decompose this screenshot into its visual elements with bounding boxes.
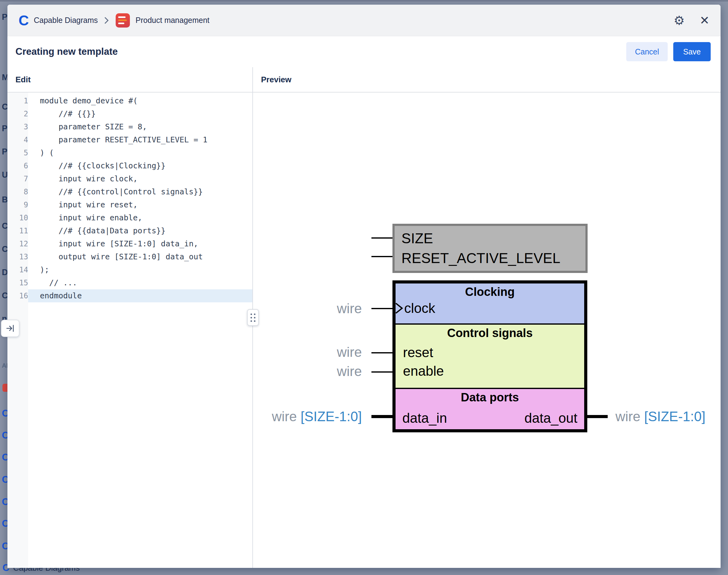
- bus-label-right: wire [SIZE-1:0]: [615, 408, 705, 425]
- bus-label-right-wire: wire: [615, 409, 641, 424]
- code-line[interactable]: 9 input wire reset,: [7, 198, 252, 211]
- control-section: Control signals reset enable: [396, 325, 584, 388]
- bg-edge-letter: P: [2, 147, 7, 157]
- bg-edge-letter: D: [2, 268, 8, 277]
- code-line[interactable]: 16endmodule: [7, 290, 252, 302]
- pane-resize-handle[interactable]: [247, 309, 259, 326]
- code-line[interactable]: 12 input wire [SIZE-1:0] data_in,: [7, 237, 252, 250]
- wire-line-clock: [371, 308, 393, 309]
- bus-label-right-range: [SIZE-1:0]: [644, 409, 705, 424]
- code-editor[interactable]: 1module demo_device #( 2 //# {{}} 3 para…: [7, 93, 252, 568]
- window-top-edge: [0, 0, 728, 2]
- code-text[interactable]: //# {{}}: [28, 107, 252, 121]
- preview-pane: Preview SIZE RESET_ACTIVE_LEVEL wire wi: [253, 67, 721, 568]
- param-stub-wire: [371, 256, 393, 257]
- breadcrumb-chevron-icon: [104, 16, 109, 25]
- code-line[interactable]: 8 //# {{control|Control signals}}: [7, 185, 252, 198]
- bus-label-left-range: [SIZE-1:0]: [301, 409, 362, 424]
- bg-edge-letter: U: [2, 170, 8, 180]
- bg-edge-letter: C: [2, 244, 8, 254]
- code-text[interactable]: parameter RESET_ACTIVE_LEVEL = 1: [28, 133, 252, 146]
- wire-label-reset: wire: [253, 344, 362, 360]
- code-text[interactable]: input wire enable,: [28, 211, 252, 224]
- port-clock: clock: [396, 300, 435, 316]
- code-line[interactable]: 7 input wire clock,: [7, 172, 252, 185]
- dialog-title: Creating new template: [15, 46, 118, 57]
- section-title-clocking: Clocking: [396, 285, 584, 299]
- line-number: 2: [7, 107, 28, 121]
- device-block: Clocking clock Control signals reset ena…: [393, 280, 587, 432]
- line-number: 11: [7, 224, 28, 237]
- wire-line-enable: [371, 371, 393, 373]
- preview-pane-label: Preview: [261, 75, 291, 84]
- line-number: 7: [7, 172, 28, 185]
- expand-sidebar-icon: [6, 324, 15, 333]
- dialog-body: Edit 1module demo_device #( 2 //# {{}} 3…: [7, 67, 721, 568]
- code-line[interactable]: 14);: [7, 263, 252, 276]
- breadcrumb-page-name: Product management: [136, 16, 209, 25]
- data-port-row: data_in data_out: [396, 410, 584, 426]
- bus-line-data-out: [587, 415, 608, 418]
- port-clock-label: clock: [404, 300, 435, 316]
- bg-edge-letter: B: [2, 195, 8, 205]
- code-line[interactable]: 10 input wire enable,: [7, 211, 252, 224]
- param-reset-level-label: RESET_ACTIVE_LEVEL: [401, 249, 585, 267]
- clock-marker-icon: [396, 303, 403, 314]
- breadcrumb-app-name: Capable Diagrams: [34, 16, 98, 25]
- sidebar-expand-button[interactable]: [1, 320, 20, 337]
- preview-pane-header: Preview: [253, 67, 721, 93]
- wire-label-clock: wire: [253, 301, 362, 316]
- edit-pane-label: Edit: [15, 75, 31, 84]
- settings-gear-icon[interactable]: ⚙: [674, 14, 685, 27]
- code-text[interactable]: // ...: [28, 276, 252, 290]
- line-number: 8: [7, 185, 28, 198]
- code-text[interactable]: ) (: [28, 146, 252, 159]
- dialog-header: C Capable Diagrams Product management ⚙ …: [7, 5, 721, 36]
- preview-canvas: SIZE RESET_ACTIVE_LEVEL wire wire wire w…: [253, 93, 721, 568]
- line-number: 16: [7, 290, 28, 302]
- port-data-out: data_out: [524, 410, 577, 426]
- dialog-title-row: Creating new template Cancel Save: [7, 36, 721, 67]
- line-number: 5: [7, 146, 28, 159]
- code-text[interactable]: );: [28, 263, 252, 276]
- bg-edge-letter: C: [2, 291, 8, 301]
- port-reset: reset: [403, 344, 433, 361]
- cancel-button[interactable]: Cancel: [626, 42, 668, 61]
- section-title-control: Control signals: [396, 327, 584, 340]
- code-line[interactable]: 13 output wire [SIZE-1:0] data_out: [7, 250, 252, 263]
- code-text-highlighted[interactable]: endmodule: [28, 290, 252, 302]
- line-number: 3: [7, 121, 28, 133]
- close-dialog-icon[interactable]: ✕: [699, 14, 709, 26]
- code-line[interactable]: 6 //# {{clocks|Clocking}}: [7, 159, 252, 172]
- code-text[interactable]: input wire [SIZE-1:0] data_in,: [28, 237, 252, 250]
- code-line[interactable]: 1module demo_device #(: [7, 94, 252, 107]
- line-number: 15: [7, 276, 28, 290]
- code-text[interactable]: module demo_device #(: [28, 94, 252, 107]
- bg-edge-letter: C: [2, 221, 8, 231]
- code-text[interactable]: //# {{data|Data ports}}: [28, 224, 252, 237]
- line-number: 4: [7, 133, 28, 146]
- wire-line-reset: [371, 352, 393, 353]
- save-button[interactable]: Save: [673, 42, 711, 61]
- bus-label-left-wire: wire: [272, 409, 297, 424]
- code-text[interactable]: //# {{control|Control signals}}: [28, 185, 252, 198]
- bg-edge-letter: C: [2, 102, 8, 112]
- code-text[interactable]: parameter SIZE = 8,: [28, 121, 252, 133]
- line-number: 9: [7, 198, 28, 211]
- bus-label-left: wire [SIZE-1:0]: [253, 408, 362, 425]
- code-text[interactable]: output wire [SIZE-1:0] data_out: [28, 250, 252, 263]
- clocking-section: Clocking clock: [396, 283, 584, 324]
- line-number: 10: [7, 211, 28, 224]
- line-number: 1: [7, 94, 28, 107]
- port-data-in: data_in: [402, 410, 447, 426]
- code-line[interactable]: 3 parameter SIZE = 8,: [7, 121, 252, 133]
- bg-edge-letter: P: [2, 12, 7, 22]
- code-line[interactable]: 2 //# {{}}: [7, 107, 252, 121]
- code-line[interactable]: 15 // ...: [7, 276, 252, 290]
- code-text[interactable]: //# {{clocks|Clocking}}: [28, 159, 252, 172]
- code-line[interactable]: 4 parameter RESET_ACTIVE_LEVEL = 1: [7, 133, 252, 146]
- code-line[interactable]: 5) (: [7, 146, 252, 159]
- code-text[interactable]: input wire clock,: [28, 172, 252, 185]
- code-text[interactable]: input wire reset,: [28, 198, 252, 211]
- code-line[interactable]: 11 //# {{data|Data ports}}: [7, 224, 252, 237]
